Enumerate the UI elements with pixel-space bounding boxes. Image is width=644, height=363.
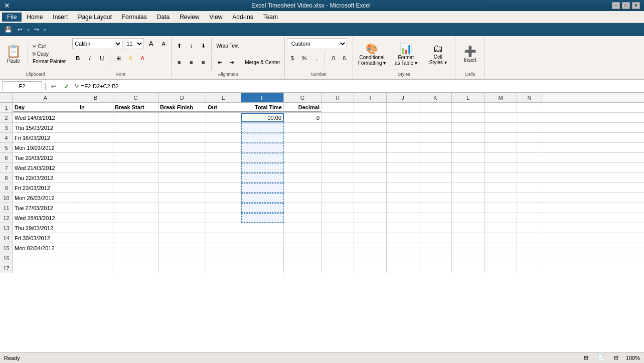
grid-cell[interactable]	[284, 223, 321, 233]
grid-cell[interactable]	[158, 203, 206, 213]
grid-cell[interactable]	[241, 253, 284, 263]
row-number[interactable]: 7	[0, 163, 13, 172]
row-number[interactable]: 17	[0, 263, 13, 273]
col-header-f[interactable]: F	[241, 93, 284, 102]
fill-color-button[interactable]: A	[125, 53, 136, 64]
grid-cell[interactable]	[387, 213, 419, 223]
grid-cell[interactable]	[78, 163, 113, 172]
grid-cell[interactable]: Fri 16/03/2012	[13, 133, 78, 142]
grid-cell[interactable]	[387, 173, 419, 183]
grid-cell[interactable]	[452, 113, 485, 122]
grid-cell[interactable]: 0	[284, 113, 321, 122]
col-header-l[interactable]: L	[452, 93, 485, 102]
grid-cell[interactable]	[517, 233, 542, 243]
grid-cell[interactable]	[284, 123, 321, 132]
undo-quick-button[interactable]: ↩	[15, 25, 25, 35]
borders-button[interactable]: ⊞	[113, 53, 124, 64]
align-right-button[interactable]: ≡	[198, 57, 209, 68]
grid-cell[interactable]	[419, 113, 452, 122]
grid-cell[interactable]	[517, 223, 542, 233]
grid-cell[interactable]	[113, 113, 158, 122]
grid-cell[interactable]	[158, 133, 206, 142]
grid-cell[interactable]	[284, 213, 321, 223]
grid-cell[interactable]	[78, 253, 113, 263]
grid-cell[interactable]	[113, 263, 158, 273]
page-break-view-button[interactable]: ⊟	[611, 352, 622, 364]
grid-cell[interactable]	[206, 123, 241, 132]
conditional-formatting-button[interactable]: 🎨 ConditionalFormatting ▾	[355, 41, 389, 68]
grid-cell[interactable]	[517, 263, 542, 273]
grid-cell[interactable]	[284, 173, 321, 183]
grid-cell[interactable]	[354, 123, 387, 132]
grid-cell[interactable]	[485, 263, 517, 273]
menu-file[interactable]: File	[2, 13, 22, 22]
grid-cell[interactable]	[321, 243, 354, 253]
grid-cell[interactable]	[452, 123, 485, 132]
row-number[interactable]: 1	[0, 103, 13, 112]
grid-cell[interactable]	[321, 213, 354, 223]
grid-cell[interactable]	[452, 143, 485, 152]
maximize-button[interactable]: □	[622, 2, 630, 9]
grid-cell[interactable]: Thu 22/03/2012	[13, 173, 78, 183]
grid-cell[interactable]	[387, 133, 419, 142]
save-quick-button[interactable]: 💾	[3, 25, 13, 35]
grid-cell[interactable]: Thu 15/03/2012	[13, 123, 78, 132]
grid-cell[interactable]	[241, 243, 284, 253]
grid-cell[interactable]	[321, 163, 354, 172]
grid-cell[interactable]	[485, 203, 517, 213]
grid-cell[interactable]	[78, 123, 113, 132]
grid-cell[interactable]	[419, 253, 452, 263]
grid-cell[interactable]	[78, 203, 113, 213]
grid-cell[interactable]	[284, 133, 321, 142]
grid-cell[interactable]	[241, 213, 284, 223]
grid-cell[interactable]: Wed 21/03/2012	[13, 163, 78, 172]
currency-button[interactable]: $	[287, 53, 298, 64]
grid-cell[interactable]	[206, 223, 241, 233]
col-header-j[interactable]: J	[387, 93, 419, 102]
grid-cell[interactable]	[113, 133, 158, 142]
grid-cell[interactable]: Tue 20/03/2012	[13, 153, 78, 162]
decrease-font-button[interactable]: A	[158, 38, 169, 49]
align-left-button[interactable]: ≡	[174, 57, 185, 68]
grid-cell[interactable]	[158, 123, 206, 132]
grid-cell[interactable]	[158, 163, 206, 172]
grid-cell[interactable]	[419, 143, 452, 152]
grid-cell[interactable]	[321, 113, 354, 122]
row-number[interactable]: 16	[0, 253, 13, 263]
grid-cell[interactable]	[241, 123, 284, 132]
grid-cell[interactable]	[517, 143, 542, 152]
grid-cell[interactable]	[354, 193, 387, 203]
grid-cell[interactable]	[419, 153, 452, 162]
grid-cell[interactable]	[113, 233, 158, 243]
grid-cell[interactable]	[241, 263, 284, 273]
grid-cell[interactable]	[321, 253, 354, 263]
grid-cell[interactable]	[517, 103, 542, 112]
grid-cell[interactable]	[387, 143, 419, 152]
row-number[interactable]: 15	[0, 243, 13, 253]
grid-cell[interactable]	[113, 223, 158, 233]
grid-cell[interactable]	[78, 193, 113, 203]
grid-cell[interactable]	[354, 213, 387, 223]
grid-cell[interactable]	[419, 163, 452, 172]
underline-button[interactable]: U	[96, 53, 107, 64]
grid-cell[interactable]	[387, 183, 419, 193]
grid-cell[interactable]	[158, 113, 206, 122]
italic-button[interactable]: I	[84, 53, 95, 64]
grid-cell[interactable]	[387, 193, 419, 203]
grid-cell[interactable]	[485, 133, 517, 142]
grid-cell[interactable]	[387, 113, 419, 122]
grid-cell[interactable]	[284, 193, 321, 203]
grid-cell[interactable]	[206, 213, 241, 223]
menu-review[interactable]: Review	[175, 13, 204, 22]
normal-view-button[interactable]: ⊞	[581, 352, 592, 364]
row-number[interactable]: 5	[0, 143, 13, 152]
grid-cell[interactable]	[206, 153, 241, 162]
grid-cell[interactable]	[113, 123, 158, 132]
grid-cell[interactable]	[517, 253, 542, 263]
grid-cell[interactable]: Wed 14/03/2012	[13, 113, 78, 122]
grid-cell[interactable]	[241, 183, 284, 193]
page-layout-view-button[interactable]: 📄	[596, 352, 607, 364]
row-number[interactable]: 3	[0, 123, 13, 132]
grid-cell[interactable]	[485, 233, 517, 243]
grid-cell[interactable]: Mon 26/03/2012	[13, 193, 78, 203]
